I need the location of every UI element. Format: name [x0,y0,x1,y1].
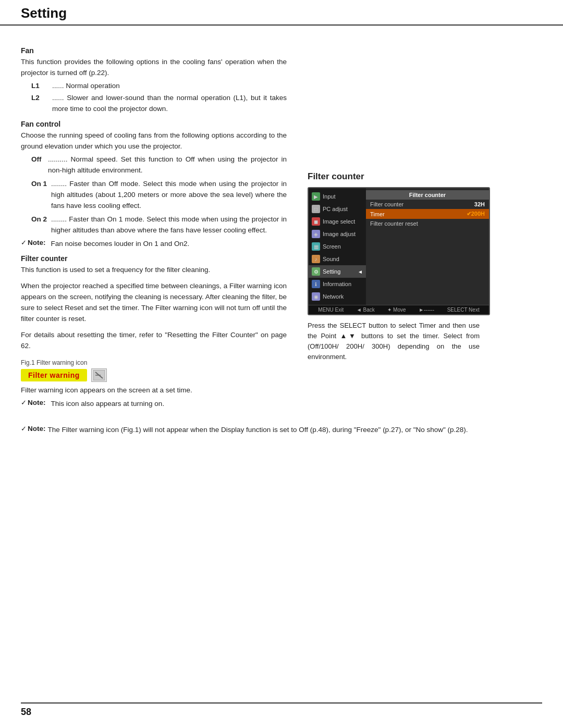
info-icon: ℹ [312,280,320,288]
image-select-icon: ◼ [312,217,320,226]
page-footer: 58 [21,702,542,718]
filter-counter-detail: For details about resetting the timer, r… [21,330,287,352]
note2-body: This icon also appears at turning on. [51,399,165,409]
network-icon: ◉ [312,292,320,301]
filter-counter-body: When the projector reached a specified t… [21,281,287,325]
fan-heading: Fan [21,46,287,55]
panel-row-value: 32H [474,201,485,207]
bottom-section: ✓ Note: The Filter warning icon (Fig.1) … [0,409,563,441]
note1: ✓ Note: Fan noise becomes louder in On 1… [21,239,287,249]
filter-warning-icon [91,368,107,382]
projector-ui-inner: ▶Input□PC adjust◼Image select◈Image adju… [309,188,489,305]
input-icon: ▶ [312,192,320,201]
bottom-bar-btn[interactable]: ◄ Back [357,307,375,313]
right-column: Filter counter ▶Input□PC adjust◼Image se… [302,36,542,409]
proj-menu-label-image-adjust: Image adjust [323,231,356,237]
fan-off-item: Off .......... Normal speed. Set this fu… [31,154,287,176]
projector-panel: Filter counter Filter counter32HTimer✔20… [366,188,489,305]
proj-menu-label-pc-adjust: PC adjust [323,206,348,212]
fan-on1-label: On 1 [31,179,51,212]
fan-on2-item: On 2 ........ Faster than On 1 mode. Sel… [31,214,287,236]
bottom-bar-btn[interactable]: SELECT Next [447,307,480,313]
filter-warning-box: Filter warning [21,368,287,382]
proj-menu-label-setting: Setting [323,268,340,275]
note2: ✓ Note: This icon also appears at turnin… [21,399,287,409]
note1-body: Fan noise becomes louder in On 1 and On2… [51,239,190,249]
filter-warning-svg [93,370,105,380]
panel-row: Filter counter32H [366,200,489,209]
proj-menu-label-information: Information [323,281,351,287]
fan-l2-label: L2 [31,93,52,115]
bottom-note-body: The Filter warning icon (Fig.1) will not… [48,425,468,436]
fan-l2-item: L2 ...... Slower and lower-sound than th… [31,93,287,115]
fan-on1-item: On 1 ........ Faster than Off mode. Sele… [31,179,287,212]
right-caption: Press the SELECT button to select Timer … [308,320,480,363]
panel-rows: Filter counter32HTimer✔200HFilter counte… [366,200,489,228]
proj-menu-label-network: Network [323,293,344,300]
check-icon-2: ✓ [21,399,27,406]
screen-icon: ▦ [312,242,320,251]
panel-row-label: Timer [370,211,467,217]
panel-title: Filter counter [366,190,489,200]
check-icon-3: ✓ [21,425,27,433]
proj-menu-item-screen[interactable]: ▦Screen [309,240,366,253]
panel-row: Timer✔200H [366,209,489,219]
proj-menu-item-network[interactable]: ◉Network [309,290,366,303]
filter-warning-badge: Filter warning [21,369,87,381]
fan-off-desc: .......... Normal speed. Set this functi… [48,154,287,176]
proj-menu-label-sound: Sound [323,256,339,262]
fan-on2-desc: ........ Faster than On 1 mode. Select t… [51,214,287,236]
panel-row-label: Filter counter [370,201,474,207]
filter-counter-intro: This function is used to set a frequency… [21,265,287,276]
projector-ui: ▶Input□PC adjust◼Image select◈Image adju… [308,187,490,315]
bottom-bar-btn[interactable]: MENU Exit [318,307,344,313]
projector-bottom-bar: MENU Exit◄ Back✦ Move►------SELECT Next [309,305,489,314]
projector-menu: ▶Input□PC adjust◼Image select◈Image adju… [309,188,366,305]
proj-menu-item-image-select[interactable]: ◼Image select [309,215,366,228]
proj-menu-item-setting[interactable]: ⚙Setting◄ [309,265,366,278]
fan-intro: This function provides the following opt… [21,57,287,79]
fan-off-label: Off [31,154,48,176]
fig1-label: Fig.1 Filter warning icon [21,359,287,366]
check-icon-1: ✓ [21,239,27,246]
fan-l2-desc: ...... Slower and lower-sound than the n… [52,93,287,115]
bottom-bar-btn[interactable]: ✦ Move [387,307,406,313]
proj-menu-item-pc-adjust[interactable]: □PC adjust [309,203,366,215]
pc-icon: □ [312,205,320,213]
fan-l1-item: L1 ...... Normal operation [31,81,287,92]
proj-menu-label-image-select: Image select [323,218,355,225]
note1-label: Note: [28,239,46,246]
bottom-bar-btn[interactable]: ►------ [419,307,434,313]
page-number: 58 [21,707,31,718]
fan-on1-desc: ........ Faster than Off mode. Select th… [51,179,287,212]
proj-menu-item-information[interactable]: ℹInformation [309,278,366,290]
panel-row-label: Filter counter reset [370,220,485,227]
bottom-note: ✓ Note: The Filter warning icon (Fig.1) … [21,425,542,436]
fan-control-intro: Choose the running speed of cooling fans… [21,130,287,152]
proj-menu-label-screen: Screen [323,243,341,250]
bottom-note-label: Note: [28,425,46,433]
panel-row: Filter counter reset [366,219,489,228]
note2-label: Note: [28,399,46,406]
proj-menu-item-sound[interactable]: ♪Sound [309,253,366,265]
content-area: Fan This function provides the following… [0,26,563,409]
panel-row-value: ✔200H [467,211,485,217]
active-arrow-icon: ◄ [358,269,363,275]
filter-counter-heading-right: Filter counter [308,171,542,182]
fan-l1-desc: ...... Normal operation [52,81,287,92]
page-title: Setting [21,5,67,21]
fan-on2-label: On 2 [31,214,51,236]
filter-appears-note: Filter warning icon appears on the scree… [21,385,287,396]
sound-icon: ♪ [312,255,320,263]
setting-icon: ⚙ [312,267,320,276]
proj-menu-label-input: Input [323,193,335,200]
proj-menu-item-input[interactable]: ▶Input [309,190,366,203]
page-header: Setting [0,0,563,26]
filter-counter-heading-left: Filter counter [21,254,287,263]
fan-l1-label: L1 [31,81,52,92]
image-adjust-icon: ◈ [312,230,320,238]
left-column: Fan This function provides the following… [21,36,302,409]
proj-menu-item-image-adjust[interactable]: ◈Image adjust [309,228,366,240]
fan-control-heading: Fan control [21,120,287,128]
